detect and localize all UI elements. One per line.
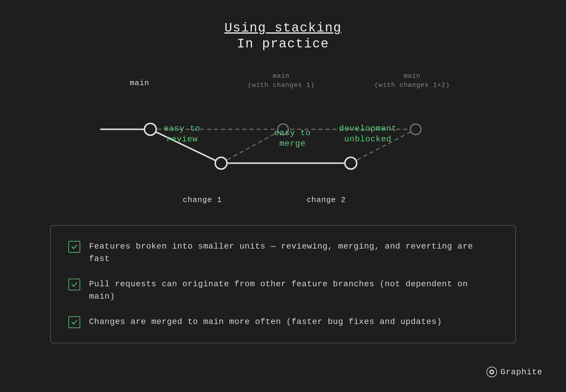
label-change1: change 1 <box>183 196 222 204</box>
check-icon-1 <box>68 241 80 253</box>
svg-point-7 <box>144 123 156 135</box>
checklist-item-1: Features broken into smaller units — rev… <box>68 240 498 265</box>
svg-point-8 <box>215 157 227 169</box>
label-dev-unblocked: developmentunblocked <box>339 123 397 145</box>
checklist-text-3: Changes are merged to main more often (f… <box>89 316 442 328</box>
page-container: Using stacking In practice main main (wi… <box>0 0 566 392</box>
checklist-item-3: Changes are merged to main more often (f… <box>68 316 498 328</box>
svg-point-14 <box>491 371 493 373</box>
checklist-box: Features broken into smaller units — rev… <box>50 225 516 343</box>
checklist-item-2: Pull requests can originate from other f… <box>68 278 498 303</box>
graphite-icon <box>486 367 497 377</box>
checklist-text-1: Features broken into smaller units — rev… <box>89 240 498 265</box>
diagram-area: main main (with changes 1) main (with ch… <box>91 69 475 210</box>
label-change2: change 2 <box>307 196 346 204</box>
svg-point-11 <box>410 124 421 135</box>
header-subtitle: In practice <box>224 37 342 51</box>
checklist-text-2: Pull requests can originate from other f… <box>89 278 498 303</box>
label-easy-review: easy toreview <box>164 123 200 145</box>
header-title: Using stacking <box>224 21 342 35</box>
check-icon-2 <box>68 279 80 290</box>
check-icon-3 <box>68 316 80 328</box>
label-easy-merge: easy tomerge <box>274 128 311 149</box>
brand-name: Graphite <box>501 368 542 377</box>
header: Using stacking In practice <box>224 21 342 51</box>
svg-line-6 <box>221 129 283 163</box>
svg-point-9 <box>345 157 357 169</box>
graphite-logo: Graphite <box>486 367 542 377</box>
